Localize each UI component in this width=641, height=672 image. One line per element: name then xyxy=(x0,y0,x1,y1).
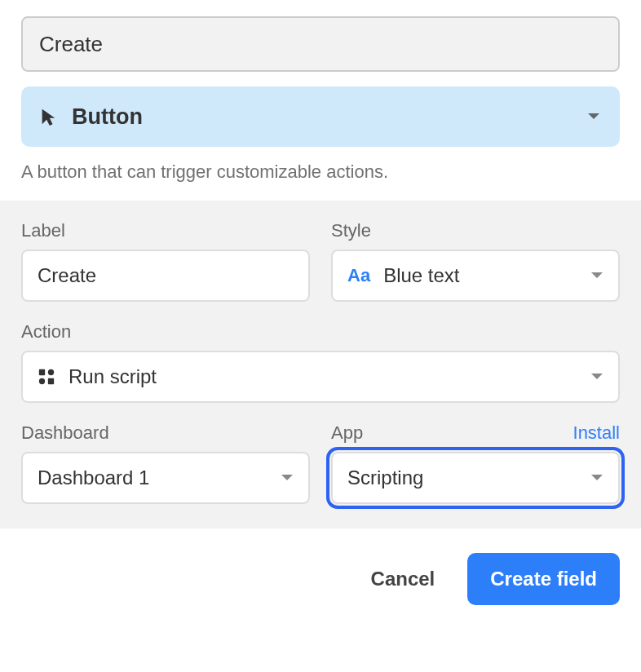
style-prefix-icon: Aa xyxy=(347,265,370,286)
create-field-button[interactable]: Create field xyxy=(467,553,620,605)
app-select-value: Scripting xyxy=(347,466,423,489)
action-field-label: Action xyxy=(21,321,71,343)
field-type-description: A button that can trigger customizable a… xyxy=(21,161,620,201)
field-type-selector[interactable]: Button xyxy=(21,86,620,147)
chevron-down-icon xyxy=(281,474,294,482)
cancel-button[interactable]: Cancel xyxy=(363,556,444,602)
svg-rect-1 xyxy=(48,369,54,375)
install-link[interactable]: Install xyxy=(573,422,620,444)
svg-rect-3 xyxy=(48,378,54,384)
field-type-label: Button xyxy=(72,104,143,130)
style-select[interactable]: Aa Blue text xyxy=(331,250,620,302)
label-input[interactable] xyxy=(21,250,310,302)
dashboard-field-label: Dashboard xyxy=(21,422,109,444)
chevron-down-icon xyxy=(590,373,603,381)
cursor-icon xyxy=(39,108,57,126)
dashboard-select[interactable]: Dashboard 1 xyxy=(21,452,310,504)
style-select-value: Blue text xyxy=(383,264,459,287)
script-icon xyxy=(38,368,55,386)
svg-rect-2 xyxy=(39,378,45,384)
chevron-down-icon xyxy=(587,113,600,121)
app-select[interactable]: Scripting xyxy=(331,452,620,504)
label-field-label: Label xyxy=(21,220,65,241)
dashboard-select-value: Dashboard 1 xyxy=(38,466,149,489)
chevron-down-icon xyxy=(590,474,603,482)
svg-rect-0 xyxy=(39,369,45,375)
chevron-down-icon xyxy=(590,272,603,280)
style-field-label: Style xyxy=(331,220,371,241)
action-select[interactable]: Run script xyxy=(21,351,620,403)
app-field-label: App xyxy=(331,422,363,444)
action-select-value: Run script xyxy=(69,365,157,388)
field-name-input[interactable] xyxy=(21,16,620,72)
